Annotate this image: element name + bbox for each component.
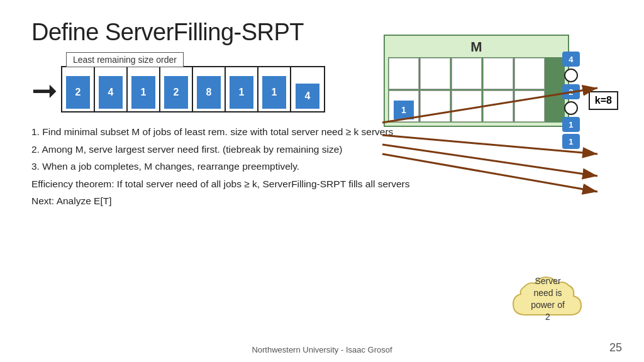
server-slot-1	[564, 69, 578, 82]
queue-cell: 8	[193, 67, 226, 111]
queue-cell: 4	[291, 67, 324, 111]
queue-bar: 4	[296, 84, 319, 109]
queue-bar: 1	[131, 76, 155, 109]
footer: Northwestern University - Isaac Grosof	[0, 345, 644, 354]
cloud-container: Serverneed ispower of 2	[507, 268, 589, 331]
server-cell	[483, 58, 513, 89]
server-cell	[514, 58, 545, 89]
server-cell	[452, 58, 482, 89]
page-number: 25	[609, 341, 622, 354]
queue-cell: 1	[128, 67, 160, 111]
server-cell	[452, 90, 482, 122]
server-slot-0: 4	[562, 52, 580, 67]
slide: Define ServerFilling-SRPT Least remainin…	[0, 0, 644, 362]
server-cell	[514, 90, 545, 122]
queue-cell: 2	[160, 67, 193, 111]
cloud-text: Serverneed ispower of 2	[528, 275, 569, 323]
slots-column: 4211	[562, 52, 580, 149]
queue-bar: 8	[197, 76, 221, 109]
k-label: k=8	[589, 91, 618, 110]
server-m-label: M	[388, 39, 565, 55]
server-bar: 1	[394, 101, 414, 119]
server-slot-3	[564, 101, 578, 115]
queue-arrow: ➞	[31, 72, 58, 109]
queue-bar: 2	[164, 76, 188, 109]
body-line-2: 3. When a job completes, M changes, rear…	[31, 158, 613, 175]
server-cell	[389, 58, 419, 89]
queue-bar: 1	[230, 76, 253, 109]
server-grid: 1	[388, 57, 565, 123]
body-line-4: Next: Analyze E[T]	[31, 193, 613, 209]
slots-wrapper: 4211k=8	[562, 52, 618, 149]
cloud-shape: Serverneed ispower of 2	[507, 268, 589, 331]
server-bg: M 1 4211k=8	[384, 35, 569, 127]
queue-cell: 1	[226, 67, 258, 111]
queue-bar: 4	[99, 76, 123, 109]
least-label: Least remaining size order	[66, 52, 184, 67]
queue-bar: 1	[262, 76, 286, 109]
body-text: 1. Find minimal subset M of jobs of leas…	[31, 124, 613, 209]
server-cell	[420, 58, 450, 89]
footer-text: Northwestern University - Isaac Grosof	[252, 345, 392, 354]
queue-cell: 2	[62, 67, 95, 111]
server-slot-5: 1	[562, 134, 580, 149]
server-cell	[420, 90, 450, 122]
body-line-1: 2. Among M, serve largest server need fi…	[31, 141, 613, 158]
queue-cell: 1	[258, 67, 291, 111]
queue-bar: 2	[66, 76, 90, 109]
body-line-3: Efficiency theorem: If total server need…	[31, 176, 613, 192]
server-cell	[483, 90, 513, 122]
server-section: M 1 4211k=8	[384, 35, 569, 127]
server-cell: 1	[389, 90, 419, 122]
server-slot-4: 1	[562, 117, 580, 132]
queue-container: 24128114	[61, 66, 325, 112]
queue-cell: 4	[95, 67, 128, 111]
server-slot-2: 2	[562, 84, 580, 99]
